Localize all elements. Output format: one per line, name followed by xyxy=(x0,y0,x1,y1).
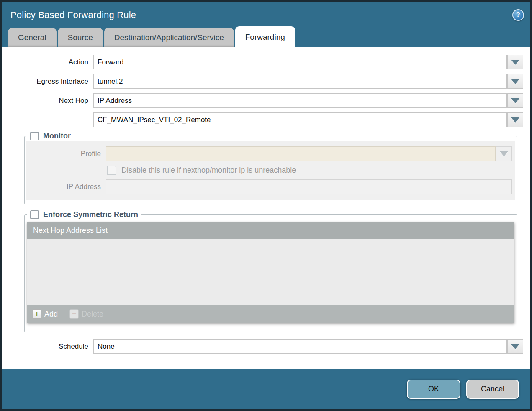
schedule-select[interactable]: None xyxy=(93,339,523,354)
add-button[interactable]: + Add xyxy=(32,309,58,319)
next-hop-address-list-toolbar: + Add − Delete xyxy=(27,305,514,323)
profile-select xyxy=(106,146,512,161)
schedule-dropdown-button[interactable] xyxy=(507,339,523,354)
egress-interface-value[interactable]: tunnel.2 xyxy=(93,74,507,89)
next-hop-address-value[interactable]: CF_MWAN_IPsec_VTI_02_Remote xyxy=(93,112,507,127)
disable-rule-row: Disable this rule if nexthop/monitor ip … xyxy=(107,166,512,175)
tab-general[interactable]: General xyxy=(8,28,57,47)
form-row-profile: Profile xyxy=(31,146,512,161)
egress-interface-label: Egress Interface xyxy=(10,77,88,86)
next-hop-address-table: Next Hop Address List + Add − Delete xyxy=(27,222,514,323)
cancel-button[interactable]: Cancel xyxy=(466,380,519,399)
next-hop-address-dropdown-button[interactable] xyxy=(507,112,523,127)
enforce-symmetric-return-checkbox[interactable] xyxy=(30,210,39,219)
next-hop-address-select[interactable]: CF_MWAN_IPsec_VTI_02_Remote xyxy=(93,112,523,127)
schedule-value[interactable]: None xyxy=(93,339,507,354)
enforce-symmetric-return-legend: Enforce Symmetric Return xyxy=(27,210,141,219)
tab-destination-application-service[interactable]: Destination/Application/Service xyxy=(104,28,234,47)
tab-bar: General Source Destination/Application/S… xyxy=(2,26,530,47)
profile-label: Profile xyxy=(31,150,101,158)
tab-content-forwarding: Action Forward Egress Interface tunnel.2… xyxy=(2,47,530,369)
ok-button[interactable]: OK xyxy=(407,380,460,399)
dialog-footer: OK Cancel xyxy=(2,369,530,409)
form-row-next-hop: Next Hop IP Address xyxy=(10,93,523,108)
form-row-action: Action Forward xyxy=(10,55,523,69)
chevron-down-icon xyxy=(511,79,519,84)
title-bar: Policy Based Forwarding Rule ? xyxy=(2,2,530,26)
policy-based-forwarding-dialog: Policy Based Forwarding Rule ? General S… xyxy=(0,0,532,411)
form-row-schedule: Schedule None xyxy=(10,339,523,354)
monitor-ip-input xyxy=(106,179,512,194)
chevron-down-icon xyxy=(511,117,519,123)
egress-interface-select[interactable]: tunnel.2 xyxy=(93,74,523,89)
tab-forwarding[interactable]: Forwarding xyxy=(235,26,295,47)
egress-interface-dropdown-button[interactable] xyxy=(507,74,523,89)
monitor-section-title: Monitor xyxy=(43,132,71,140)
help-icon[interactable]: ? xyxy=(512,9,524,21)
chevron-down-icon xyxy=(500,151,508,156)
chevron-down-icon xyxy=(511,60,519,65)
monitor-checkbox[interactable] xyxy=(30,132,39,140)
add-icon: + xyxy=(32,309,41,319)
action-dropdown-button[interactable] xyxy=(507,55,523,69)
monitor-panel: Profile Disable this rule if nexthop/mon… xyxy=(26,141,515,200)
page-title: Policy Based Forwarding Rule xyxy=(10,10,136,20)
next-hop-address-list-body[interactable] xyxy=(27,239,514,305)
form-row-egress-interface: Egress Interface tunnel.2 xyxy=(10,74,523,89)
profile-value xyxy=(106,146,496,161)
form-row-monitor-ip: IP Address xyxy=(31,179,512,194)
action-select[interactable]: Forward xyxy=(93,55,523,69)
action-label: Action xyxy=(10,58,88,66)
action-value[interactable]: Forward xyxy=(93,55,507,69)
next-hop-address-list-header: Next Hop Address List xyxy=(27,222,514,239)
disable-rule-checkbox xyxy=(107,166,116,175)
disable-rule-label: Disable this rule if nexthop/monitor ip … xyxy=(121,166,296,175)
tab-source[interactable]: Source xyxy=(58,28,103,47)
enforce-symmetric-return-title: Enforce Symmetric Return xyxy=(43,210,138,219)
delete-button: − Delete xyxy=(69,309,103,319)
form-row-next-hop-address: CF_MWAN_IPsec_VTI_02_Remote xyxy=(10,112,523,127)
monitor-section: Monitor Profile Disable this rule if nex… xyxy=(24,132,517,204)
next-hop-label: Next Hop xyxy=(10,97,88,105)
monitor-legend: Monitor xyxy=(27,132,74,140)
next-hop-dropdown-button[interactable] xyxy=(507,93,523,108)
next-hop-select[interactable]: IP Address xyxy=(93,93,523,108)
monitor-ip-label: IP Address xyxy=(31,183,101,191)
chevron-down-icon xyxy=(511,344,519,349)
chevron-down-icon xyxy=(511,98,519,103)
profile-dropdown-button xyxy=(496,146,512,161)
delete-icon: − xyxy=(69,309,79,319)
schedule-label: Schedule xyxy=(10,342,88,351)
next-hop-value[interactable]: IP Address xyxy=(93,93,507,108)
monitor-ip-input-wrap xyxy=(106,179,512,194)
enforce-symmetric-return-section: Enforce Symmetric Return Next Hop Addres… xyxy=(24,210,517,332)
add-button-label: Add xyxy=(44,310,58,319)
delete-button-label: Delete xyxy=(82,310,103,319)
